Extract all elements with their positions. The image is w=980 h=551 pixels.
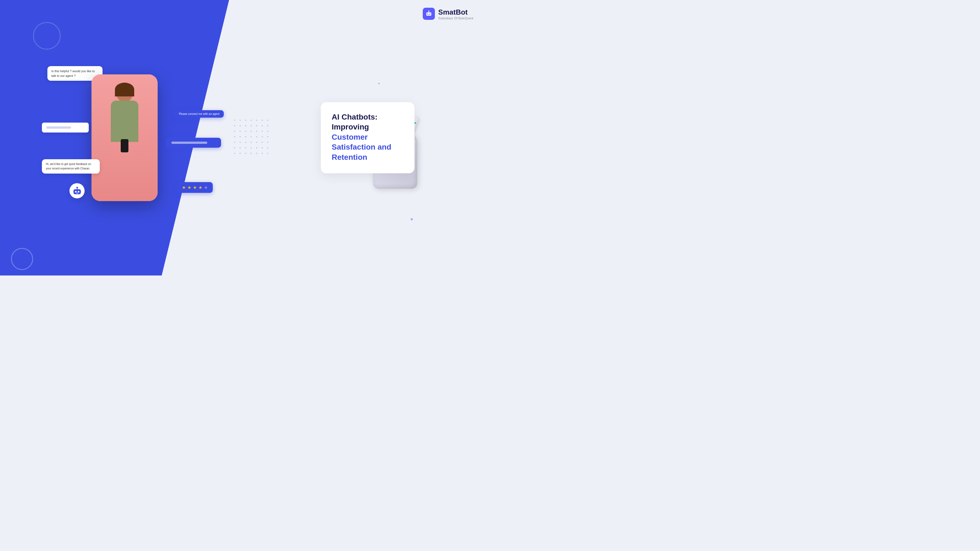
- svg-rect-13: [73, 191, 74, 192]
- star-2: ★: [188, 185, 191, 190]
- chat-bubble-3: Hi, we'd like to get quick feedback on y…: [42, 159, 100, 173]
- text-card: AI Chatbots: Improving Customer Satisfac…: [321, 102, 415, 173]
- chat-bar-1-inner: [46, 127, 71, 129]
- card-title: AI Chatbots: Improving Customer Satisfac…: [332, 112, 404, 162]
- chat-stars: ★ ★ ★ ★ ★: [177, 182, 213, 193]
- svg-rect-4: [428, 14, 430, 15]
- person-held-phone: [121, 139, 129, 152]
- svg-point-8: [75, 191, 76, 192]
- chat-bar-1: [42, 122, 89, 132]
- chat-bubble-2: Please connect me with an agent: [175, 110, 224, 118]
- right-content: AI Chatbots: Improving Customer Satisfac…: [321, 102, 415, 173]
- woman-figure: [92, 75, 158, 201]
- phone-card: [92, 75, 158, 201]
- svg-point-12: [76, 187, 78, 189]
- svg-point-6: [428, 11, 430, 11]
- card-title-highlight: Customer Satisfaction and Retention: [332, 133, 391, 162]
- svg-rect-1: [426, 13, 431, 16]
- svg-point-3: [430, 14, 431, 14]
- svg-rect-14: [80, 191, 81, 192]
- right-section: AI Chatbots: Improving Customer Satisfac…: [245, 0, 490, 275]
- dot-grid: [234, 119, 270, 156]
- star-4: ★: [199, 185, 202, 190]
- phone-wrapper: Is this helpful ? would you like to talk…: [92, 75, 163, 206]
- star-1: ★: [182, 185, 186, 190]
- logo-name: SmatBot: [438, 8, 474, 16]
- header: SmatBot Subsidiary Of ByteQuark: [423, 8, 474, 20]
- left-section: Is this helpful ? would you like to talk…: [0, 0, 255, 275]
- small-dot-1: [410, 218, 413, 221]
- svg-point-9: [78, 191, 80, 192]
- svg-rect-10: [76, 193, 78, 194]
- svg-rect-7: [73, 189, 81, 194]
- person-body: [111, 100, 138, 142]
- logo-subtitle: Subsidiary Of ByteQuark: [438, 16, 474, 20]
- logo-icon: [423, 8, 435, 20]
- star-5: ★: [204, 185, 208, 190]
- person-hair: [115, 83, 134, 97]
- chat-bar-2-inner: [172, 141, 207, 144]
- small-dot-2: [378, 83, 380, 84]
- star-3: ★: [193, 185, 197, 190]
- bot-icon: [70, 183, 84, 198]
- logo-text-group: SmatBot Subsidiary Of ByteQuark: [438, 8, 474, 20]
- svg-point-2: [427, 14, 428, 14]
- chat-bar-2: [166, 138, 221, 148]
